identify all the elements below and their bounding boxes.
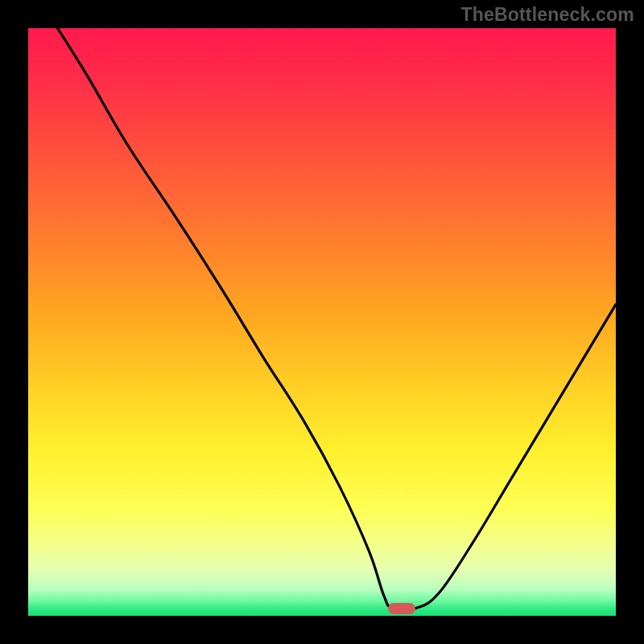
optimum-marker	[388, 603, 415, 614]
watermark-text: TheBottleneck.com	[460, 4, 634, 26]
bottleneck-curve	[28, 28, 616, 616]
plot-area	[28, 28, 616, 616]
chart-frame: TheBottleneck.com	[0, 0, 644, 644]
